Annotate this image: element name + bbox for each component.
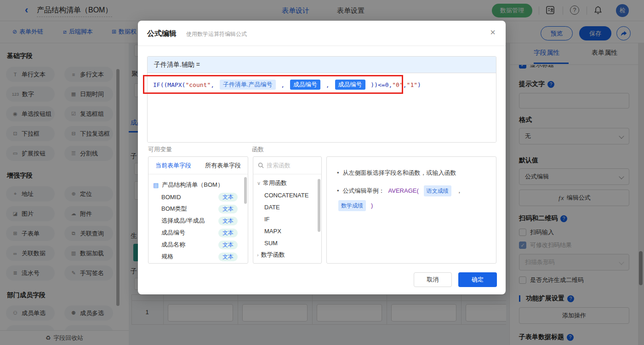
help-panel: • 从左侧面板选择字段名和函数，或输入函数 • 公式编辑举例： AVERAGE(… [326,156,496,264]
group-math-functions[interactable]: › 数学函数 [253,249,321,261]
example-code: ) [371,201,373,211]
cancel-button[interactable]: 取消 [414,272,452,287]
tree-item[interactable]: 选择成品/半成品文本 [153,215,244,227]
group-common-functions[interactable]: ∨ 常用函数 [253,177,321,189]
variables-scrollbar[interactable] [244,177,247,204]
code-token: IF((MAPX( [153,81,185,88]
chevron-open-icon: ∨ [257,180,261,186]
type-badge: 文本 [218,193,238,201]
tab-all-form-fields[interactable]: 所有表单字段 [198,161,248,170]
example-chip: 语文成绩 [424,185,451,196]
string-token: "1" [407,81,417,88]
group-label: 文本函数 [261,263,285,264]
type-badge: 文本 [218,253,238,261]
type-badge: 文本 [218,229,238,237]
chevron-closed-icon: › [257,252,259,258]
group-label: 常用函数 [263,179,287,187]
function-item[interactable]: CONCATENATE [253,189,321,201]
field-name: BOMID [161,194,181,201]
tree-item[interactable]: 规格文本 [153,251,244,263]
function-item[interactable]: DATE [253,201,321,213]
group-text-functions[interactable]: › 文本函数 [253,261,321,264]
modal-header: 公式编辑 使用数学运算符编辑公式 × [138,21,506,46]
field-name: 规格 [161,253,173,261]
string-token: "count" [185,81,211,88]
field-name: 选择成品/半成品 [161,217,205,225]
field-name: 成品名称 [161,241,185,249]
modal-subtitle: 使用数学运算符编辑公式 [186,30,247,38]
code-token: ))<=0, [367,81,393,88]
variables-tree: ▤ 产品结构清单（BOM） BOMID文本 BOM类型文本 选择成品/半成品文本… [148,174,248,263]
function-item[interactable]: MAPX [253,225,321,237]
help-text: 公式编辑举例： [343,186,385,196]
formula-editor-area[interactable]: IF((MAPX("count", 子件清单.产品编号 , 成品编号 , 成品编… [148,74,496,142]
function-item[interactable]: SUM [253,237,321,249]
function-search-input[interactable] [267,162,310,169]
tree-root-label: 产品结构清单（BOM） [162,181,223,189]
confirm-button[interactable]: 确定 [458,272,497,287]
field-chip-selected[interactable]: 成品编号 [290,80,320,90]
document-icon: ▤ [153,182,159,189]
tree-item[interactable]: 成品编号文本 [153,227,244,239]
variables-label: 可用变量 [148,145,172,154]
variables-panel: 当前表单字段 所有表单字段 ▤ 产品结构清单（BOM） BOMID文本 BOM类… [148,156,248,264]
functions-panel: ∨ 常用函数 CONCATENATE DATE IF MAPX SUM › 数学… [253,156,322,264]
type-badge: 文本 [218,217,238,225]
code-token: ) [417,81,421,88]
help-text: 从左侧面板选择字段名和函数，或输入函数 [343,168,456,178]
close-icon[interactable]: × [490,27,496,38]
tree-item[interactable]: 成品名称文本 [153,239,244,251]
formula-line: IF((MAPX("count", 子件清单.产品编号 , 成品编号 , 成品编… [148,74,496,90]
variables-tabs: 当前表单字段 所有表单字段 [148,157,248,174]
formula-box: 子件清单.辅助 = IF((MAPX("count", 子件清单.产品编号 , … [147,56,496,143]
bullet: • [337,186,339,196]
help-line-2: • 公式编辑举例： AVERAGE( 语文成绩 ， 数学成绩 ) [337,185,491,211]
field-chip-light[interactable]: 子件清单.产品编号 [220,80,276,90]
app: ‹ 产品结构清单（BOM） 表单设计 表单设置 数据管理 ? 检 ⊘ 表单外链 … [0,0,644,345]
example-code: AVERAGE( [388,186,419,196]
string-token: "0" [392,81,403,88]
tab-current-form-fields[interactable]: 当前表单字段 [148,161,198,170]
code-token: , [322,81,333,88]
type-badge: 文本 [218,205,238,213]
functions-label: 函数 [252,145,264,154]
field-chip-selected[interactable]: 成品编号 [335,80,365,90]
function-search[interactable] [253,157,321,174]
code-token: , [211,81,218,88]
functions-scrollbar[interactable] [318,179,320,232]
help-line-1: • 从左侧面板选择字段名和函数，或输入函数 [337,168,491,178]
field-name: BOM类型 [161,205,187,213]
group-label: 数学函数 [261,251,285,259]
code-token: , [278,81,288,88]
separator: ， [456,186,462,196]
function-item[interactable]: IF [253,213,321,225]
formula-editor-modal: 公式编辑 使用数学运算符编辑公式 × 子件清单.辅助 = IF((MAPX("c… [138,21,506,294]
code-token: , [403,81,407,88]
formula-target: 子件清单.辅助 = [148,57,496,73]
tree-item[interactable]: BOMID文本 [153,191,244,203]
bullet: • [337,168,339,178]
tree-item[interactable]: BOM类型文本 [153,203,244,215]
type-badge: 文本 [218,241,238,249]
modal-title: 公式编辑 [147,29,177,39]
field-name: 成品编号 [161,229,185,237]
tree-root[interactable]: ▤ 产品结构清单（BOM） [153,179,244,191]
example-chip: 数学成绩 [338,200,366,211]
search-icon [258,162,264,168]
